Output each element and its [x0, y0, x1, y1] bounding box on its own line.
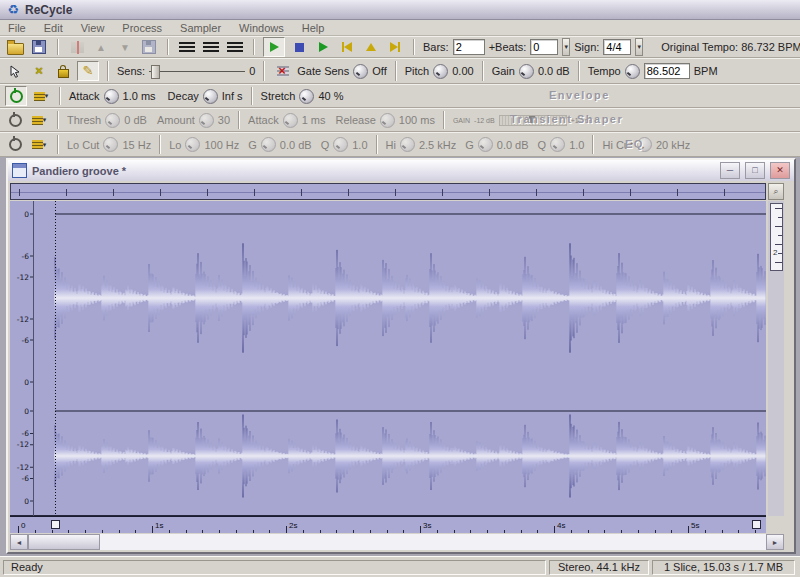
env-attack-value: 1.0 ms	[123, 90, 156, 102]
horizontal-scrollbar[interactable]: ◄ ►	[10, 534, 784, 550]
vertical-zoom-widget[interactable]: 2	[770, 203, 783, 271]
beats-label: +Beats:	[489, 41, 527, 53]
sign-dropdown-button[interactable]: ▼	[635, 38, 643, 56]
scroll-left-button[interactable]: ◄	[10, 534, 28, 550]
scrollbar-track[interactable]	[100, 534, 766, 550]
slice-point-button[interactable]	[67, 38, 87, 56]
export-button[interactable]	[139, 38, 159, 56]
menu-view[interactable]: View	[81, 22, 105, 34]
stop-button[interactable]	[289, 38, 309, 56]
toolbar-eq: ▾ Lo Cut 15 Hz Lo 100 Hz G 0.0 dB Q 1.0 …	[0, 132, 800, 157]
hi-gain-knob[interactable]	[478, 137, 493, 152]
env-attack-label: Attack	[69, 90, 100, 102]
ts-gain-label: GAIN	[453, 117, 470, 124]
transient-preset-button[interactable]: ▾	[29, 111, 49, 129]
open-button[interactable]	[5, 38, 25, 56]
view-mode-3-button[interactable]	[225, 38, 245, 56]
beats-value[interactable]: 0	[530, 39, 558, 55]
pitch-label: Pitch	[405, 65, 429, 77]
view-mode-1-button[interactable]	[177, 38, 197, 56]
vzoom-tick	[778, 217, 782, 218]
ruler-tick	[470, 530, 471, 533]
export-icon	[142, 40, 156, 54]
gain-knob[interactable]	[519, 64, 534, 79]
thresh-knob[interactable]	[105, 113, 120, 128]
env-decay-knob[interactable]	[203, 89, 218, 104]
restore-button[interactable]: □	[745, 162, 765, 179]
overview-strip[interactable]	[10, 183, 766, 200]
eq-power-button[interactable]	[5, 136, 25, 154]
release-knob[interactable]	[380, 113, 395, 128]
bars-input[interactable]	[453, 39, 485, 55]
ruler-tick	[571, 530, 572, 533]
view-mode-2-button[interactable]	[201, 38, 221, 56]
hi-q-value: 1.0	[569, 139, 584, 151]
gate-sens-knob[interactable]	[353, 64, 368, 79]
separator	[395, 61, 397, 81]
add-marker-button[interactable]: ▲	[91, 38, 111, 56]
close-button[interactable]: ✕	[770, 162, 790, 179]
mute-tool-button[interactable]: ×	[29, 62, 49, 80]
titlebar[interactable]: ♻ ReCycle	[0, 0, 800, 20]
beats-dropdown-button[interactable]: ▼	[562, 38, 570, 56]
waveform-display[interactable]: 00-6-6-12-1200-6-6-12-12	[10, 201, 766, 516]
lo-gain-knob[interactable]	[261, 137, 276, 152]
gate-mute-button[interactable]	[273, 62, 293, 80]
release-label: Release	[335, 114, 375, 126]
locut-knob[interactable]	[103, 137, 118, 152]
transient-power-button[interactable]	[5, 111, 25, 129]
lo-q-knob[interactable]	[333, 137, 348, 152]
separator	[167, 39, 169, 55]
remove-marker-button[interactable]: ▼	[115, 38, 135, 56]
tempo-input[interactable]	[644, 63, 690, 79]
sens-slider[interactable]	[149, 65, 245, 78]
lo-freq-knob[interactable]	[185, 137, 200, 152]
preview-toggle-button[interactable]	[263, 37, 285, 57]
ts-attack-label: Attack	[248, 114, 279, 126]
minimize-button[interactable]: ─	[720, 162, 740, 179]
hi-q-knob[interactable]	[550, 137, 565, 152]
pitch-knob[interactable]	[433, 64, 448, 79]
menu-edit[interactable]: Edit	[44, 22, 63, 34]
scroll-right-button[interactable]: ►	[766, 534, 784, 550]
ts-attack-knob[interactable]	[283, 113, 298, 128]
document-titlebar[interactable]: Pandiero groove * ─ □ ✕	[8, 160, 794, 181]
right-locator-handle[interactable]	[752, 520, 761, 529]
tempo-knob[interactable]	[625, 64, 640, 79]
menu-sampler[interactable]: Sampler	[180, 22, 221, 34]
envelope-power-button[interactable]	[5, 86, 27, 106]
hi-label: Hi	[386, 139, 396, 151]
separator	[159, 135, 161, 154]
hi-freq-knob[interactable]	[400, 137, 415, 152]
pencil-tool-button[interactable]: ✎	[77, 61, 99, 81]
sign-value[interactable]: 4/4	[603, 39, 631, 55]
eq-preset-button[interactable]: ▾	[29, 136, 49, 154]
go-to-start-button[interactable]	[337, 38, 357, 56]
amount-knob[interactable]	[199, 113, 214, 128]
envelope-preset-button[interactable]: ▾	[31, 87, 51, 105]
play-button[interactable]	[313, 38, 333, 56]
env-attack-knob[interactable]	[104, 89, 119, 104]
ruler-tick	[420, 526, 421, 533]
waveform-canvas[interactable]: 00-6-6-12-1200-6-6-12-12	[10, 201, 766, 516]
left-locator-handle[interactable]	[51, 520, 60, 529]
ruler-tick	[738, 530, 739, 533]
separator	[238, 111, 240, 129]
overview-tick	[160, 189, 161, 196]
sens-label: Sens:	[117, 65, 145, 77]
lock-tool-button[interactable]	[53, 62, 73, 80]
overview-zoom-button[interactable]: ⌕	[768, 183, 784, 200]
scrollbar-thumb[interactable]	[28, 534, 100, 550]
save-button[interactable]	[29, 38, 49, 56]
separator	[57, 39, 59, 55]
menu-windows[interactable]: Windows	[239, 22, 284, 34]
go-to-end-button[interactable]	[385, 38, 405, 56]
menu-file[interactable]: File	[8, 22, 26, 34]
menu-help[interactable]: Help	[302, 22, 325, 34]
stretch-knob[interactable]	[299, 89, 314, 104]
overview-tick	[583, 189, 584, 196]
loop-button[interactable]	[361, 38, 381, 56]
arrow-tool-button[interactable]	[5, 62, 25, 80]
sens-slider-thumb[interactable]	[151, 65, 160, 79]
menu-process[interactable]: Process	[122, 22, 162, 34]
